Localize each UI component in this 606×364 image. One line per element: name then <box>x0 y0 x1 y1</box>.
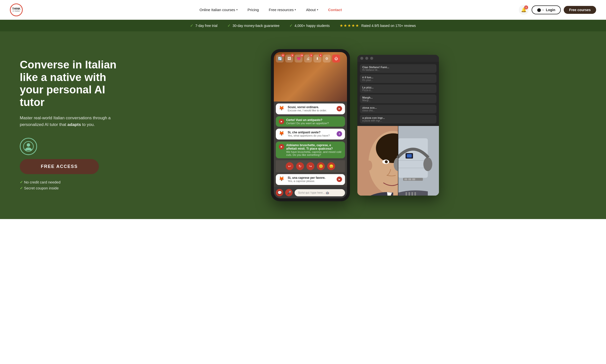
svg-point-10 <box>366 161 372 170</box>
retry-button[interactable]: ↻ <box>296 162 304 170</box>
ai-window-header <box>357 55 439 62</box>
svg-point-9 <box>385 160 388 163</box>
svg-rect-22 <box>406 192 407 196</box>
nav-online-courses[interactable]: Online Italian courses ▾ <box>195 6 241 14</box>
login-button[interactable]: ⬤→ Login <box>532 5 561 14</box>
login-icon: ⬤→ <box>537 8 544 12</box>
hero-images: 🔄8 🖼5 💗13 🖨3 ⬇4 ⚙ ⏻ 🦊 Scusi, vorrei ordi… <box>124 49 586 201</box>
svg-rect-23 <box>409 192 410 196</box>
phone-screen: 🔄8 🖼5 💗13 🖨3 ⬇4 ⚙ ⏻ 🦊 Scusi, vorrei ordi… <box>274 52 347 198</box>
play-button[interactable]: ▶ <box>337 106 342 111</box>
svg-rect-19 <box>412 178 415 180</box>
window-close-button[interactable] <box>360 57 363 60</box>
icon-refresh[interactable]: 🔄8 <box>276 55 284 62</box>
chat-area: 🦊 Scusi, vorrei ordinare. Excuse me, I w… <box>274 101 347 187</box>
stars-icon: ★★★★★ <box>340 23 359 28</box>
hero-text: Converse in Italian like a native with y… <box>20 59 124 192</box>
chat-message: Abbiamo bruschette, caprese, e affettati… <box>276 142 345 158</box>
icon-power[interactable]: ⏻ <box>332 55 340 62</box>
ai-screen: Ciao Stefano! Fami... Hi Stefano! Al... … <box>357 55 439 196</box>
chat-avatar: 🦊 <box>279 176 286 183</box>
logo-in-italian: in Italian <box>13 10 20 12</box>
logo-circle: THINK in Italian <box>10 3 23 16</box>
chat-avatar: 🦊 <box>279 105 286 112</box>
nav-contact[interactable]: Contact <box>324 6 346 14</box>
icon-image[interactable]: 🖼5 <box>285 55 293 62</box>
hero-checklist: No credit card needed Secret coupon insi… <box>20 180 124 190</box>
ai-message: La pizz... Pizza d... <box>360 84 436 93</box>
undo-button[interactable]: ↩ <box>286 162 294 170</box>
ai-message: Margh... Margi... <box>360 95 436 103</box>
chat-english: Certain! Do you want an appetizer? <box>286 122 342 125</box>
chat-message: 🦊 Sì, che antipasti avete? Yes, what app… <box>276 129 345 140</box>
icon-settings[interactable]: ⚙ <box>323 55 331 62</box>
microphone-button[interactable]: 🎤 <box>285 189 293 196</box>
avatar-icon <box>20 138 37 155</box>
svg-rect-13 <box>407 154 412 158</box>
trust-students: ✓ 4,000+ happy students <box>289 23 330 28</box>
chat-english: Excuse me, I would like to order. <box>288 109 335 112</box>
nav-links: Online Italian courses ▾ Pricing Free re… <box>195 6 346 14</box>
chat-text: Sì, che antipasti avete? Yes, what appet… <box>288 131 335 137</box>
window-minimize-button[interactable] <box>365 57 368 60</box>
hero-title: Converse in Italian like a native with y… <box>20 59 124 108</box>
ai-message: a pizza con ingr... a pizza with ingr... <box>360 115 436 123</box>
logo[interactable]: THINK in Italian <box>10 3 23 16</box>
svg-rect-25 <box>414 192 416 196</box>
ai-face-image <box>357 126 439 196</box>
nav-pricing[interactable]: Pricing <box>244 6 263 14</box>
next-button[interactable]: ↪ <box>306 162 314 170</box>
hero-subtitle: Master real-world Italian conversations … <box>20 115 124 128</box>
dislike-button[interactable]: 😞 <box>327 162 335 170</box>
play-button[interactable]: ▶ <box>337 177 342 182</box>
chat-italian: Certo! Vuoi un antipasto? <box>286 118 342 122</box>
action-bar: ↩ ↻ ↪ 😊 😞 <box>276 160 345 172</box>
nav-free-resources[interactable]: Free resources ▾ <box>265 6 300 14</box>
chat-message: 🦊 Scusi, vorrei ordinare. Excuse me, I w… <box>276 103 345 114</box>
navbar: THINK in Italian Online Italian courses … <box>0 0 606 20</box>
ai-chat-messages: Ciao Stefano! Fami... Hi Stefano! Al... … <box>357 62 439 126</box>
nav-about[interactable]: About ▾ <box>302 6 322 14</box>
trust-guarantee: ✓ 30-day money-back guarantee <box>227 23 280 28</box>
free-access-button[interactable]: FREE ACCESS <box>20 159 99 174</box>
check-icon: ✓ <box>227 23 231 28</box>
chat-italian: Abbiamo bruschette, caprese, e affettati… <box>286 143 342 150</box>
icon-download[interactable]: ⬇4 <box>313 55 321 62</box>
chat-icon-button[interactable]: 💬 <box>276 189 283 196</box>
pause-button[interactable]: ⏸ <box>337 131 342 137</box>
ai-mockup: Ciao Stefano! Fami... Hi Stefano! Al... … <box>357 55 439 196</box>
phone-input-bar: 💬 🎤 Scrivi qui / type here... 🤖 <box>274 187 347 198</box>
chat-text: Sì, una caprese per favore. Yes, a capre… <box>288 176 335 182</box>
chat-english: We have bruschetta, caprese, and mixed c… <box>286 150 342 156</box>
chat-text: Abbiamo bruschette, caprese, e affettati… <box>286 143 342 156</box>
chat-english: Yes, a caprese please. <box>288 180 335 182</box>
free-courses-button[interactable]: Free courses <box>564 6 596 14</box>
chat-message: Certo! Vuoi un antipasto? Certain! Do yo… <box>276 116 345 127</box>
window-maximize-button[interactable] <box>370 57 373 60</box>
play-button[interactable]: ▶ <box>279 144 284 149</box>
checklist-item: Secret coupon inside <box>20 186 124 190</box>
icon-heart[interactable]: 💗13 <box>295 55 303 62</box>
chat-italian: Sì, una caprese per favore. <box>288 176 335 180</box>
nav-actions: 🔔 1 ⬤→ Login Free courses <box>519 5 596 15</box>
chat-input[interactable]: Scrivi qui / type here... 🤖 <box>295 189 345 196</box>
hero-section: Converse in Italian like a native with y… <box>0 31 606 219</box>
check-icon: ✓ <box>190 23 193 28</box>
icon-print[interactable]: 🖨3 <box>304 55 312 62</box>
hero-avatar <box>20 138 124 155</box>
chat-english: Yes, what appetizers do you have? <box>288 134 335 137</box>
svg-point-1 <box>27 143 30 147</box>
chat-italian: Scusi, vorrei ordinare. <box>288 105 335 109</box>
notification-bell-button[interactable]: 🔔 1 <box>519 5 529 15</box>
face-split <box>357 126 439 196</box>
ai-message: Ciao Stefano! Fami... Hi Stefano! Al... <box>360 64 436 73</box>
svg-rect-17 <box>404 178 407 180</box>
play-button[interactable]: ▶ <box>279 119 284 124</box>
chevron-down-icon: ▾ <box>295 8 296 11</box>
emoji-button[interactable]: 😊 <box>317 162 325 170</box>
svg-rect-18 <box>408 178 411 180</box>
svg-point-21 <box>423 157 432 171</box>
chat-text: Scusi, vorrei ordinare. Excuse me, I wou… <box>288 105 335 112</box>
chat-avatar: 🦊 <box>279 131 286 138</box>
chevron-down-icon: ▾ <box>236 8 238 11</box>
